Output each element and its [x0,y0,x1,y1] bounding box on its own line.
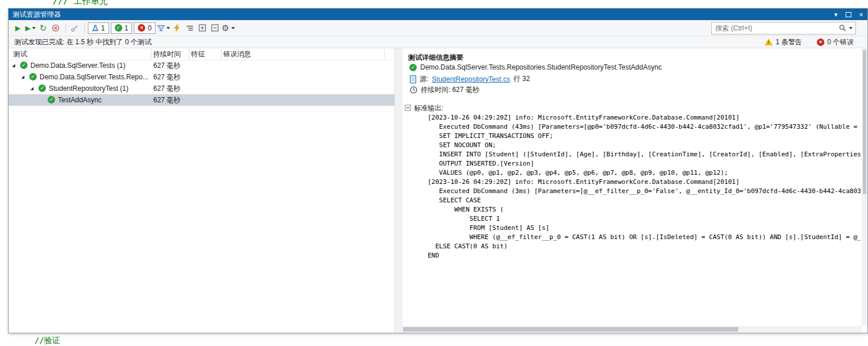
expand-all-button[interactable] [196,22,208,34]
test-duration: 627 毫秒 [153,60,180,71]
log-line: [2023-10-26 04:29:20Z] info: Microsoft.E… [428,113,861,122]
horizontal-scrollbar[interactable] [402,326,862,333]
passed-tests-count: 1 [125,24,129,32]
stdout-collapse-toggle[interactable] [405,105,411,111]
stdout-log: [2023-10-26 04:29:20Z] info: Microsoft.E… [428,113,861,324]
search-icon[interactable] [839,24,847,32]
warnings-item[interactable]: ! 1 条警告 [765,37,802,47]
passed-tests-badge[interactable]: ✓ 1 [111,22,133,34]
test-passed-icon: ✓ [38,84,46,92]
log-line: WHERE (@__ef_filter__p_0 = CAST(1 AS bit… [428,233,861,242]
test-row[interactable]: ◢✓Demo.Data.SqlServer.Tests.Repo...627 毫… [9,71,394,83]
column-header-test[interactable]: 测试 [13,48,27,60]
test-duration: 627 毫秒 [153,71,180,83]
flask-icon [92,25,99,32]
discovery-status-message: 测试发现已完成: 在 1.5 秒 中找到了 0 个测试 [14,37,152,47]
test-passed-icon: ✓ [29,73,37,80]
pane-splitter[interactable] [394,48,403,333]
horizontal-scrollbar-thumb[interactable] [403,327,738,332]
log-line: OUTPUT INSERTED.[Version] [428,159,861,168]
log-line: SET NOCOUNT ON; [428,141,861,150]
window-float-button[interactable] [842,9,855,20]
total-tests-count: 1 [101,24,105,32]
expand-arrow-icon[interactable]: ◢ [21,75,24,79]
chevron-down-icon: ▾ [834,11,838,18]
check-glyph: ✓ [116,25,121,30]
vertical-scrollbar[interactable] [862,48,867,326]
test-row[interactable]: ◢✓Demo.Data.SqlServer.Tests (1)627 毫秒 [9,60,394,71]
log-line: SET IMPLICIT_TRANSACTIONS OFF; [428,132,861,141]
repeat-last-run-button[interactable]: ↻ [37,22,49,34]
cross-glyph: × [819,40,822,45]
collapse-box-icon [405,105,411,111]
run-dropdown-caret-icon [32,27,36,29]
collapse-all-button[interactable] [209,22,220,34]
toolbar-separator [84,24,85,33]
test-duration: 627 毫秒 [153,83,180,94]
warning-bang-glyph: ! [768,40,769,45]
run-after-build-button[interactable] [171,22,183,34]
repeat-run-icon: ↻ [40,24,47,32]
filter-icon [157,25,165,32]
test-label: Demo.Data.SqlServer.Tests.Repo... [40,71,148,83]
playlist-filter-button[interactable] [157,22,170,34]
search-box[interactable] [711,22,856,34]
log-line: ELSE CAST(0 AS bit) [428,242,861,251]
log-line: SELECT CASE [428,196,861,205]
log-line: Executed DbCommand (43ms) [Parameters=[@… [428,122,861,132]
log-line: INSERT INTO [Student] ([StudentId], [Age… [428,150,861,159]
test-row[interactable]: ◢✓StudentRepositoryTest (1)627 毫秒 [9,83,394,94]
column-separator[interactable] [221,49,222,59]
column-separator[interactable] [384,49,385,59]
collapse-all-icon [211,24,219,32]
detail-duration-label: 持续时间: 627 毫秒 [421,85,479,95]
column-separator[interactable] [189,49,189,59]
filter-dropdown-caret-icon [166,27,170,29]
test-passed-icon: ✓ [20,61,28,69]
key-icon [71,24,79,32]
run-icon: ▶ [25,25,30,32]
detail-duration-row: 持续时间: 627 毫秒 [410,85,479,95]
window-menu-button[interactable]: ▾ [830,9,842,20]
total-tests-badge[interactable]: 1 [88,22,109,34]
column-header-error[interactable]: 错误消息 [223,48,251,60]
editor-comment-bottom: //验证 [34,336,60,346]
column-header-traits[interactable]: 特征 [191,48,205,60]
column-header-duration[interactable]: 持续时间 [153,48,181,60]
errors-label: 0 个错误 [827,37,854,47]
vertical-scrollbar-thumb[interactable] [863,50,866,194]
document-icon [410,75,416,83]
detail-pane-title: 测试详细信息摘要 [408,53,463,63]
test-explorer-main: 测试 持续时间 特征 错误消息 ◢✓Demo.Data.SqlServer.Te… [9,48,867,333]
test-passed-icon: ✓ [48,96,55,103]
clock-icon [410,86,417,94]
expand-arrow-icon[interactable]: ◢ [30,86,33,90]
failed-tests-count: 0 [148,24,152,32]
stdout-section-label: 标准输出: [414,103,443,113]
discovery-status-bar: 测试发现已完成: 在 1.5 秒 中找到了 0 个测试 ! 1 条警告 × 0 … [9,36,867,48]
failed-tests-badge[interactable]: × 0 [134,22,156,34]
playlist-key-button[interactable] [69,22,80,34]
window-close-button[interactable]: × [855,9,867,20]
log-line: [2023-10-26 04:29:20Z] info: Microsoft.E… [428,178,861,187]
source-file-link[interactable]: StudentRepositoryTest.cs [432,75,510,83]
column-separator[interactable] [151,49,152,59]
test-row[interactable]: ✓TestAddAsync627 毫秒 [9,94,394,106]
run-tests-button[interactable]: ▶ [25,22,36,34]
expand-arrow-icon[interactable]: ◢ [12,63,15,67]
errors-item[interactable]: × 0 个错误 [817,37,854,47]
editor-comment-top: /// 工作单元 [53,0,108,7]
settings-button[interactable]: ⚙ [222,22,234,34]
test-label: Demo.Data.SqlServer.Tests (1) [30,60,125,71]
window-titlebar[interactable]: 测试资源管理器 ▾ × [9,9,867,20]
search-options-caret-icon[interactable] [849,27,852,29]
log-line: Executed DbCommand (3ms) [Parameters=[@_… [428,187,861,196]
cancel-run-button[interactable] [50,22,61,34]
search-input[interactable] [712,24,839,33]
group-by-button[interactable] [184,22,195,34]
settings-dropdown-caret-icon [231,27,235,29]
passed-icon: ✓ [115,24,122,32]
warning-icon: ! [765,39,773,45]
run-all-tests-button[interactable]: ▶ [12,22,24,34]
close-icon: × [859,11,863,18]
